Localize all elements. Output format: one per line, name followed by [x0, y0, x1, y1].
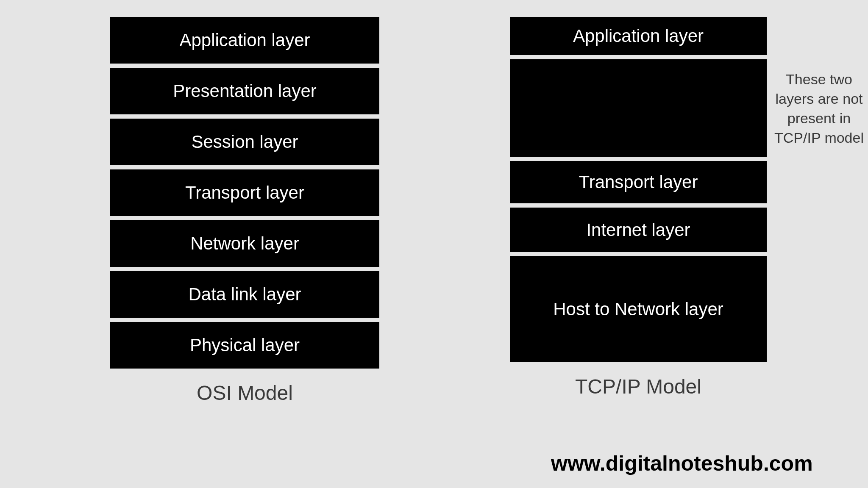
osi-layer-application: Application layer: [110, 17, 379, 64]
osi-layer-label: Application layer: [179, 30, 310, 50]
osi-layer-label: Session layer: [191, 132, 298, 152]
tcpip-layer-empty: [510, 59, 767, 157]
osi-layer-session: Session layer: [110, 119, 379, 165]
tcpip-layer-internet: Internet layer: [510, 208, 767, 252]
tcpip-layer-host: Host to Network layer: [510, 256, 767, 362]
tcpip-layer-application: Application layer: [510, 17, 767, 55]
tcpip-layer-transport: Transport layer: [510, 161, 767, 203]
osi-layer-label: Physical layer: [190, 335, 300, 355]
tcpip-model-title: TCP/IP Model: [510, 375, 767, 398]
osi-model-title: OSI Model: [110, 381, 379, 405]
osi-layer-label: Transport layer: [185, 183, 304, 203]
osi-model-column: Application layer Presentation layer Ses…: [110, 17, 379, 405]
osi-layer-label: Network layer: [190, 233, 299, 254]
tcpip-layer-label: Host to Network layer: [553, 299, 723, 319]
osi-layer-label: Data link layer: [188, 284, 301, 305]
tcpip-model-column: Application layer Transport layer Intern…: [510, 17, 767, 398]
osi-layer-physical: Physical layer: [110, 322, 379, 369]
tcpip-layer-label: Application layer: [573, 26, 704, 46]
osi-layer-network: Network layer: [110, 220, 379, 267]
osi-layer-presentation: Presentation layer: [110, 68, 379, 114]
tcpip-layer-label: Transport layer: [579, 172, 698, 192]
osi-layer-transport: Transport layer: [110, 169, 379, 216]
osi-layer-datalink: Data link layer: [110, 271, 379, 318]
watermark-text: www.digitalnoteshub.com: [551, 451, 813, 476]
osi-layer-label: Presentation layer: [173, 81, 317, 101]
tcpip-layer-label: Internet layer: [586, 220, 690, 240]
annotation-text: These two layers are not present in TCP/…: [773, 70, 865, 148]
